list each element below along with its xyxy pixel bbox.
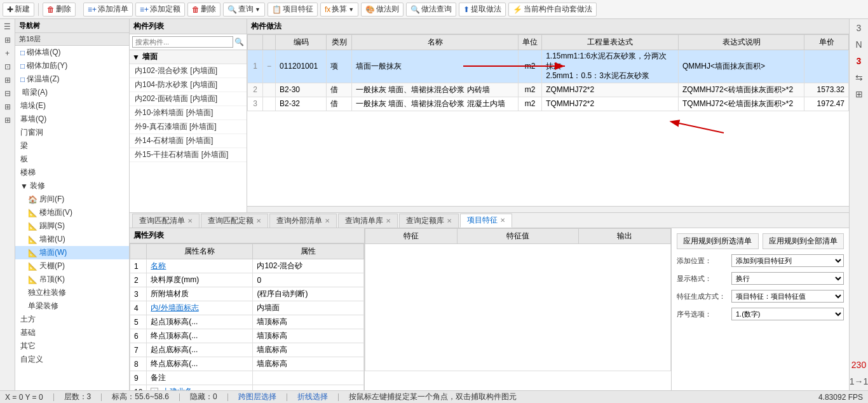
tree-item-w15[interactable]: 外15-干挂石材墙面 [外墙面] [130,148,247,162]
apply-all-btn[interactable]: 应用规则到全部清单 [763,233,844,249]
tree-item-w10[interactable]: 外10-涂料墙面 [外墙面] [130,106,247,120]
row-expr-1[interactable]: 1.15mm1:1:6水泥石灰砂浆，分两次 抹灰 2.5mm1：0.5：3水泥石… [542,50,679,83]
tab-ext-clear[interactable]: 查询外部清单 ✕ [269,214,337,228]
tab-close-3[interactable]: ✕ [325,217,330,224]
status-select-mode[interactable]: 跨图层选择 [238,392,276,402]
query-method-button[interactable]: 🔍 做法查询 [406,3,456,17]
tree-item-w9[interactable]: 外9-真石漆墙面 [外墙面] [130,120,247,134]
prop-val-4[interactable]: 内墙面 [253,301,364,315]
nav-icon-1[interactable]: ☰ [1,20,14,33]
strip-btn-1[interactable]: 3 [851,20,867,36]
prop-val-1[interactable]: 内102-混合砂 [253,259,364,273]
row-expr-3[interactable]: TQMMHJ72*2 [542,97,679,111]
prop-row[interactable]: 10 + 土建业务... [130,385,364,391]
search-icon[interactable]: 🔍 [234,38,244,46]
tab-close-6[interactable]: ✕ [500,217,505,224]
sidebar-item-insul-wall[interactable]: □ 保温墙(Z) [15,72,129,86]
row-expand-2[interactable] [263,83,276,97]
tab-item-feature[interactable]: 项目特征 ✕ [460,214,512,228]
del2-button[interactable]: 🗑 删除 [187,3,220,17]
tree-item-202[interactable]: 内202-面砖墙面 [内墙面] [130,92,247,106]
seq-select[interactable]: 1.(数字) [731,308,844,320]
tree-item-102[interactable]: 内102-混合砂浆 [内墙面] [130,64,247,78]
nav-icon-6[interactable]: ⊟ [1,87,14,100]
tree-item-w14[interactable]: 外14-石材墙面 [外墙面] [130,134,247,148]
gen-method-select[interactable]: 项目特征：项目特征值 [731,290,844,303]
sidebar-item-wall[interactable]: □ 砌体墙(Q) [15,46,129,59]
prop-row[interactable]: 2 块料厚度(mm) 0 [130,273,364,287]
tree-item-104[interactable]: 内104-防水砂浆 [内墙面] [130,78,247,92]
extract-method-button[interactable]: ⬆ 提取做法 [459,3,506,17]
tab-match-clear[interactable]: 查询匹配清单 ✕ [132,214,200,228]
prop-row[interactable]: 5 起点顶标高(... 墙顶标高 [130,315,364,329]
tab-close-1[interactable]: ✕ [187,217,193,224]
calc-dropdown-icon[interactable]: ▼ [348,6,354,13]
nav-icon-4[interactable]: ⊡ [1,60,14,73]
tab-quota-lib[interactable]: 查询定额库 ✕ [399,214,459,228]
apply-selected-btn[interactable]: 应用规则到所选清单 [677,233,759,249]
status-polyline[interactable]: 折线选择 [297,392,328,402]
tab-match-quota[interactable]: 查询匹配定额 ✕ [201,214,268,228]
prop-row[interactable]: 6 终点顶标高(... 墙顶标高 [130,329,364,343]
delete-button[interactable]: 🗑 删除 [43,3,76,17]
sidebar-item-wainscot[interactable]: 📐 墙裙(U) [15,233,129,246]
sidebar-item-decor[interactable]: ▼ 装修 [15,179,129,193]
table-row[interactable]: 1 − 011201001 项 墙面一般抹灰 m2 1.15mm1:1:6水泥石… [248,50,849,83]
prop-row[interactable]: 7 起点底标高(... 墙底标高 [130,343,364,357]
new-button[interactable]: ✚ 新建 [3,3,34,17]
sidebar-item-curtain[interactable]: 幕墙(Q) [15,113,129,126]
prop-name-1[interactable]: 名称 [147,259,253,273]
make-rule-button[interactable]: 🎨 做法则 [361,3,403,17]
sidebar-item-suspended[interactable]: 📐 吊顶(K) [15,273,129,286]
nav-icon-7[interactable]: ⊞ [1,100,14,113]
sidebar-item-custom[interactable]: 自定义 [15,353,129,366]
strip-btn-bottom2[interactable]: 1→1 [851,374,867,389]
query-dropdown-icon[interactable]: ▼ [255,6,261,13]
calc-button[interactable]: fx 换算 ▼ [320,3,358,17]
sidebar-item-wall-face[interactable]: 📐 墙面(W) [15,246,129,259]
strip-btn-5[interactable]: ⊞ [851,86,867,102]
sidebar-item-door-window[interactable]: 门窗洞 [15,126,129,139]
sidebar-item-wall-rib[interactable]: □ 砌体加筋(Y) [15,59,129,72]
sidebar-item-beam[interactable]: 梁 [15,139,129,153]
sidebar-item-beam-hidden[interactable]: 暗梁(A) [15,86,129,99]
sidebar-item-earthwork[interactable]: 土方 [15,313,129,326]
sidebar-item-beam-decor[interactable]: 单梁装修 [15,299,129,313]
prop-row[interactable]: 3 所附墙材质 (程序自动判断) [130,287,364,301]
sidebar-item-room[interactable]: 🏠 房间(F) [15,193,129,206]
strip-btn-3[interactable]: 3 [851,53,867,69]
tab-close-4[interactable]: ✕ [386,217,391,224]
nav-icon-8[interactable]: ⊞ [1,114,14,126]
sidebar-item-stair[interactable]: 楼梯 [15,166,129,179]
item-feature-button[interactable]: 📋 项目特征 [268,3,318,17]
sidebar-item-col-decor[interactable]: 独立柱装修 [15,286,129,299]
tree-group-wall-face[interactable]: ▼ 墙面 [130,50,247,64]
prop-val-2[interactable]: 0 [253,273,364,287]
sidebar-item-skirting[interactable]: 📐 踢脚(S) [15,219,129,233]
sidebar-item-slab[interactable]: 板 [15,153,129,166]
table-row[interactable]: 3 B2-32 借 一般抹灰 墙面、墙裙抹混合砂浆 混凝土内墙 m2 TQMMH… [248,97,849,111]
row-expand-3[interactable] [263,97,276,111]
method-scrollbar-h[interactable] [247,206,849,212]
sidebar-item-wall-col[interactable]: 墙垛(E) [15,99,129,113]
prop-row[interactable]: 4 内/外墙面标志 内墙面 [130,301,364,315]
table-row[interactable]: 2 B2-30 借 一般抹灰 墙面、墙裙抹混合砂浆 内砖墙 m2 ZQMMHJ7… [248,83,849,97]
sidebar-item-ceiling[interactable]: 📐 天棚(P) [15,259,129,273]
prop-name-10[interactable]: + 土建业务... [147,385,253,391]
add-quota-button[interactable]: ≡+ 添加定额 [135,3,185,17]
strip-btn-4[interactable]: ⇆ [851,70,867,85]
nav-icon-3[interactable]: + [1,47,14,60]
prop-row[interactable]: 8 终点底标高(... 墙底标高 [130,357,364,371]
add-pos-select[interactable]: 添加到项目特征列 [731,254,844,267]
sidebar-item-floor[interactable]: 📐 楼地面(V) [15,206,129,219]
add-clear-button[interactable]: ≡+ 添加清单 [83,3,133,17]
search-input[interactable] [132,36,233,48]
strip-btn-bottom1[interactable]: 230 [851,357,867,372]
tab-close-5[interactable]: ✕ [447,217,452,224]
prop-val-9[interactable] [253,371,364,385]
tab-clear-lib[interactable]: 查询清单库 ✕ [338,214,398,228]
query-button[interactable]: 🔍 查询 ▼ [223,3,265,17]
tab-close-2[interactable]: ✕ [256,217,261,224]
display-format-select[interactable]: 换行 [731,272,844,285]
nav-icon-2[interactable]: ⊞ [1,34,14,46]
